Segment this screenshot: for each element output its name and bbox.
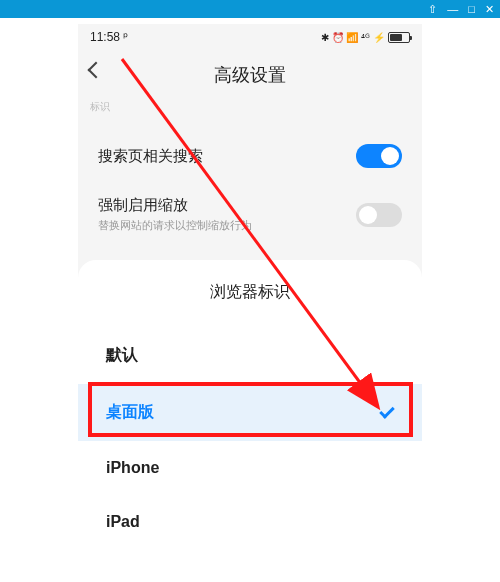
option-desktop[interactable]: 桌面版 xyxy=(78,384,422,441)
option-label: iPad xyxy=(106,513,140,531)
option-label: 默认 xyxy=(106,345,138,366)
setting-search-suggestion[interactable]: 搜索页相关搜索 xyxy=(78,130,422,182)
option-label: iPhone xyxy=(106,459,159,477)
status-icons: ✱ ⏰ 📶 ⁴ᴳ ⚡ xyxy=(321,32,385,43)
tag-label: 标识 xyxy=(90,100,110,114)
status-bar: 11:58 ᵖ ✱ ⏰ 📶 ⁴ᴳ ⚡ xyxy=(78,24,422,50)
battery-icon xyxy=(388,32,410,43)
phone-screen: 11:58 ᵖ ✱ ⏰ 📶 ⁴ᴳ ⚡ 高级设置 标识 搜索页相关搜索 强制启用缩… xyxy=(78,24,422,580)
setting-label: 强制启用缩放 xyxy=(98,196,252,215)
toggle-on[interactable] xyxy=(356,144,402,168)
setting-force-zoom[interactable]: 强制启用缩放 替换网站的请求以控制缩放行为 xyxy=(78,182,422,247)
toggle-off[interactable] xyxy=(356,203,402,227)
emulator-titlebar: ⇧ — □ ✕ xyxy=(0,0,500,18)
page-header: 高级设置 xyxy=(78,50,422,100)
bottom-sheet: 浏览器标识 默认 桌面版 iPhone iPad xyxy=(78,260,422,580)
option-default[interactable]: 默认 xyxy=(78,327,422,384)
status-time: 11:58 xyxy=(90,30,120,44)
option-ipad[interactable]: iPad xyxy=(78,495,422,549)
pin-icon[interactable]: ⇧ xyxy=(428,4,437,15)
check-icon xyxy=(379,403,395,419)
setting-label: 搜索页相关搜索 xyxy=(98,147,203,166)
minimize-icon[interactable]: — xyxy=(447,4,458,15)
maximize-icon[interactable]: □ xyxy=(468,4,475,15)
back-button[interactable] xyxy=(88,62,105,79)
option-iphone[interactable]: iPhone xyxy=(78,441,422,495)
setting-sublabel: 替换网站的请求以控制缩放行为 xyxy=(98,218,252,233)
settings-list: 搜索页相关搜索 强制启用缩放 替换网站的请求以控制缩放行为 xyxy=(78,130,422,247)
close-icon[interactable]: ✕ xyxy=(485,4,494,15)
status-p: ᵖ xyxy=(123,30,128,44)
sheet-title: 浏览器标识 xyxy=(78,282,422,303)
page-title: 高级设置 xyxy=(214,63,286,87)
option-label: 桌面版 xyxy=(106,402,154,423)
